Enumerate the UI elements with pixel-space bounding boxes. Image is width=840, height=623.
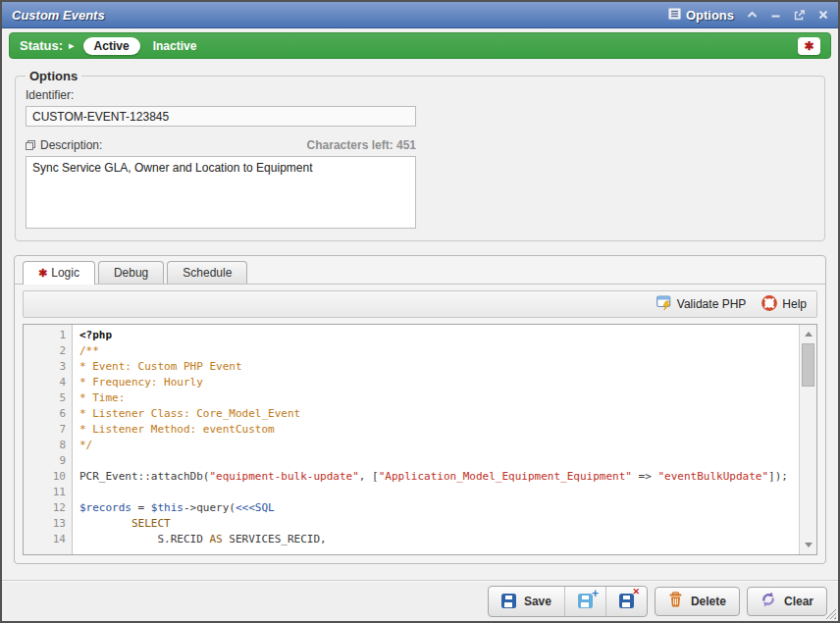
line-number: 13: [24, 516, 66, 532]
code-line: * Listener Class: Core_Model_Event: [79, 406, 799, 422]
asterisk-icon: ✱: [38, 268, 47, 279]
help-button[interactable]: Help: [761, 295, 807, 314]
expand-editor-icon[interactable]: [26, 140, 35, 150]
asterisk-icon: ✱: [804, 40, 814, 52]
characters-left-counter: Characters left: 451: [307, 138, 416, 152]
tab-schedule[interactable]: Schedule: [167, 261, 247, 284]
code-line: [79, 453, 799, 469]
required-indicator-button[interactable]: ✱: [798, 37, 820, 55]
save-button-group: Save + ✕: [488, 586, 648, 617]
custom-events-window: Custom Events Options Status: ▸ Active I…: [0, 0, 840, 623]
code-line: * Listener Method: eventCustom: [79, 422, 799, 438]
save-button[interactable]: Save: [489, 587, 564, 616]
scroll-up-icon[interactable]: [800, 328, 816, 340]
description-header-row: Description: Characters left: 451: [26, 138, 416, 152]
code-line: * Time:: [79, 390, 799, 406]
line-number: 4: [24, 375, 66, 390]
popout-icon[interactable]: [794, 10, 806, 21]
code-line: */: [79, 438, 799, 453]
description-label-text: Description:: [40, 138, 102, 152]
save-label: Save: [524, 595, 551, 608]
clear-button[interactable]: Clear: [747, 587, 827, 616]
plus-badge-icon: +: [592, 588, 599, 599]
logic-tab-panel: ✱ Logic Debug Schedule Validate PHP Help…: [14, 255, 826, 564]
status-active-button[interactable]: Active: [83, 37, 140, 55]
delete-label: Delete: [691, 595, 726, 608]
line-number: 7: [24, 422, 66, 438]
code-line: * Frequency: Hourly: [79, 375, 799, 390]
code-line: $records = $this->query(<<<SQL: [79, 500, 799, 516]
save-icon: [501, 594, 516, 608]
life-ring-icon: [761, 295, 777, 314]
scroll-down-icon[interactable]: [800, 539, 816, 551]
trash-icon: [668, 592, 683, 610]
save-close-icon: ✕: [619, 594, 634, 608]
line-number: 2: [24, 343, 66, 359]
status-label: Status:: [20, 38, 63, 53]
identifier-input[interactable]: [26, 106, 416, 127]
line-number: 11: [24, 485, 66, 500]
save-and-close-button[interactable]: ✕: [605, 587, 647, 616]
tab-label: Schedule: [183, 266, 232, 280]
line-number: 3: [24, 359, 66, 375]
delete-button[interactable]: Delete: [655, 587, 740, 616]
identifier-label: Identifier:: [26, 88, 814, 102]
code-line: [79, 485, 799, 500]
line-number: 12: [24, 500, 66, 516]
titlebar-controls: Options: [668, 8, 828, 23]
collapse-icon[interactable]: [747, 11, 758, 19]
description-textarea[interactable]: Sync Service GLA, Owner and Location to …: [26, 156, 416, 229]
spacer: [2, 564, 838, 580]
validate-php-icon: [656, 295, 672, 313]
tab-logic[interactable]: ✱ Logic: [23, 261, 95, 285]
line-number: 10: [24, 469, 66, 485]
line-number: 9: [24, 453, 66, 469]
status-bar: Status: ▸ Active Inactive ✱: [9, 32, 831, 59]
code-line: <?php: [79, 328, 799, 343]
list-icon: [668, 8, 681, 23]
editor-scrollbar[interactable]: [799, 325, 816, 554]
tab-label: Debug: [114, 266, 148, 280]
minimize-icon[interactable]: [770, 11, 781, 19]
refresh-arrows-icon: [761, 592, 776, 610]
code-editor[interactable]: 1234567891011121314 <?php/*** Event: Cus…: [23, 324, 817, 555]
code-line: S.RECID AS SERVICES_RECID,: [79, 532, 799, 547]
line-number: 14: [24, 532, 66, 547]
code-line: * Event: Custom PHP Event: [79, 359, 799, 375]
code-line: PCR_Event::attachDb("equipment-bulk-upda…: [79, 469, 799, 485]
line-numbers: 1234567891011121314: [24, 325, 73, 554]
tab-debug[interactable]: Debug: [98, 261, 164, 284]
scrollbar-thumb[interactable]: [802, 343, 814, 387]
tab-label: Logic: [51, 266, 79, 280]
validate-php-button[interactable]: Validate PHP: [656, 295, 746, 313]
status-inactive-button[interactable]: Inactive: [153, 39, 197, 53]
save-add-icon: +: [578, 594, 593, 608]
window-title: Custom Events: [12, 8, 105, 23]
options-menu-label: Options: [686, 8, 734, 23]
line-number: 5: [24, 390, 66, 406]
arrow-right-icon: ▸: [69, 39, 75, 52]
code-lines[interactable]: <?php/*** Event: Custom PHP Event* Frequ…: [73, 325, 799, 554]
options-section: Options Identifier: Description: Charact…: [15, 69, 825, 241]
line-number: 6: [24, 406, 66, 422]
help-label: Help: [782, 297, 807, 311]
x-badge-icon: ✕: [632, 588, 640, 597]
close-icon[interactable]: [818, 10, 828, 20]
clear-label: Clear: [784, 595, 814, 608]
options-menu-button[interactable]: Options: [668, 8, 734, 23]
description-label: Description:: [26, 138, 102, 152]
line-number: 1: [24, 328, 66, 343]
save-and-add-button[interactable]: +: [564, 587, 605, 616]
titlebar[interactable]: Custom Events Options: [2, 2, 838, 28]
tab-strip: ✱ Logic Debug Schedule: [15, 256, 825, 285]
validate-php-label: Validate PHP: [677, 297, 746, 311]
line-number: 8: [24, 438, 66, 453]
code-line: /**: [79, 343, 799, 359]
footer-bar: Save + ✕ Delete Clear: [2, 580, 838, 621]
options-legend: Options: [26, 69, 81, 83]
editor-toolbar: Validate PHP Help: [23, 290, 817, 318]
code-line: SELECT: [79, 516, 799, 532]
